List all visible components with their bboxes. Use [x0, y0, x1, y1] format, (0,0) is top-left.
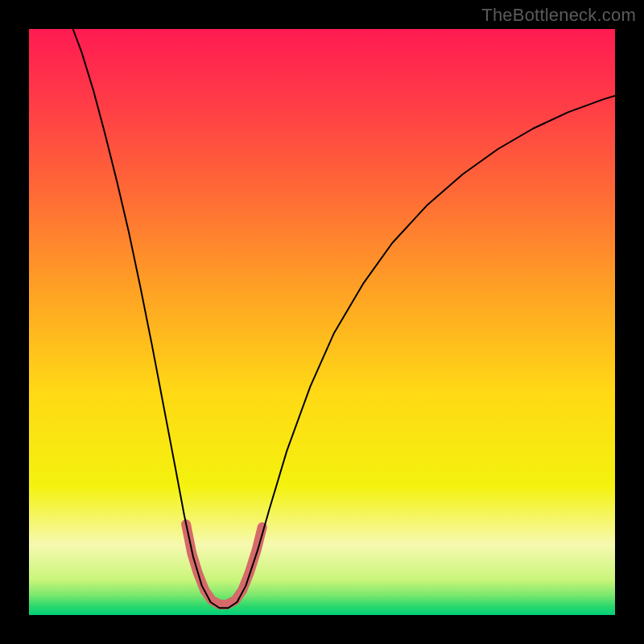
plot-area: [29, 29, 615, 615]
watermark-text: TheBottleneck.com: [481, 5, 636, 26]
chart-frame: TheBottleneck.com: [0, 0, 644, 644]
chart-svg: [29, 29, 615, 615]
gradient-background: [29, 29, 615, 615]
